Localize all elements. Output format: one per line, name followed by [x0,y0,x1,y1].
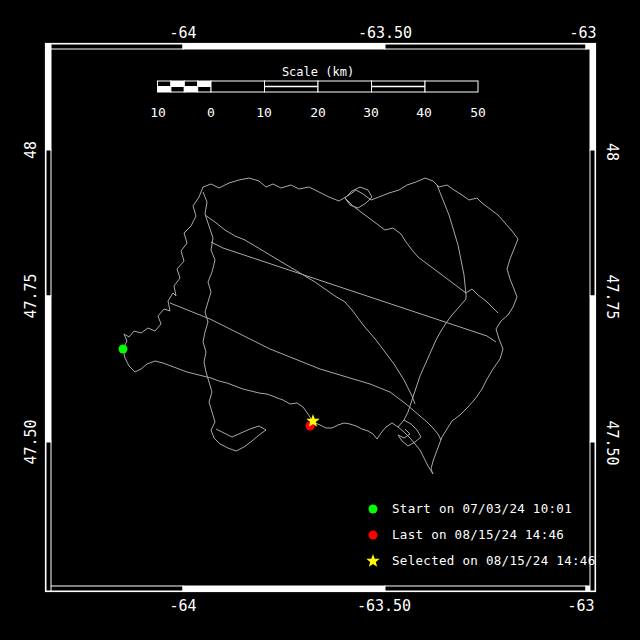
track-markers [119,345,320,431]
scale-tick-label: 40 [416,105,432,120]
legend-label-selected: Selected on 08/15/24 14:46 [392,553,595,568]
start-marker [119,345,128,354]
bottom-tick-label: -64 [169,597,196,615]
trajectory-plot: -64 -63.50 -63 -64 -63.50 -63 48 47.75 4… [0,0,640,640]
scale-tick-label: 10 [150,105,166,120]
track-segment [203,192,266,451]
legend: Start on 07/03/24 10:01 Last on 08/15/24… [366,501,595,568]
track-segment [345,187,498,313]
scale-bar-sections [211,81,478,92]
scale-bar-title: Scale (km) [282,65,354,79]
scale-tick-label: 10 [256,105,272,120]
left-tick-label: 48 [22,141,40,159]
top-tick-label: -63 [569,24,596,42]
scale-tick-label: 30 [363,105,379,120]
track-segment [170,303,441,440]
track-segment [398,420,421,446]
track-segment [211,242,496,342]
bottom-tick-label: -63 [567,597,594,615]
top-tick-label: -64 [169,24,196,42]
bottom-tick-label: -63.50 [357,597,411,615]
legend-label-last: Last on 08/15/24 14:46 [392,527,564,542]
left-tick-label: 47.75 [22,273,40,318]
right-tick-label: 47.75 [603,274,621,319]
scale-tick-label: 0 [207,105,215,120]
left-tick-label: 47.50 [22,419,40,464]
frame-band-bottom [46,586,595,591]
drifter-track [123,178,518,474]
plot-window: -64 -63.50 -63 -64 -63.50 -63 48 47.75 4… [0,0,640,640]
track-segment [404,299,466,420]
frame-band-left [46,44,51,591]
track-segment [205,215,415,404]
legend-markers [366,505,379,567]
legend-circle-icon [369,505,378,514]
scale-bar: Scale (km) 10 0 10 20 30 [150,65,486,120]
legend-label-start: Start on 07/03/24 10:01 [392,501,572,516]
legend-star-icon [366,554,379,567]
scale-tick-label: 50 [470,105,486,120]
track-segment [123,178,518,474]
right-tick-label: 47.50 [603,420,621,465]
top-tick-label: -63.50 [358,24,412,42]
right-tick-label: 48 [603,143,621,161]
scale-bar-labels: 10 0 10 20 30 40 50 [150,105,486,120]
frame-band-right [590,44,595,591]
scale-bar-checkerboard [158,81,212,92]
legend-circle-icon [369,531,378,540]
frame-band-top [46,44,595,49]
scale-tick-label: 20 [310,105,326,120]
